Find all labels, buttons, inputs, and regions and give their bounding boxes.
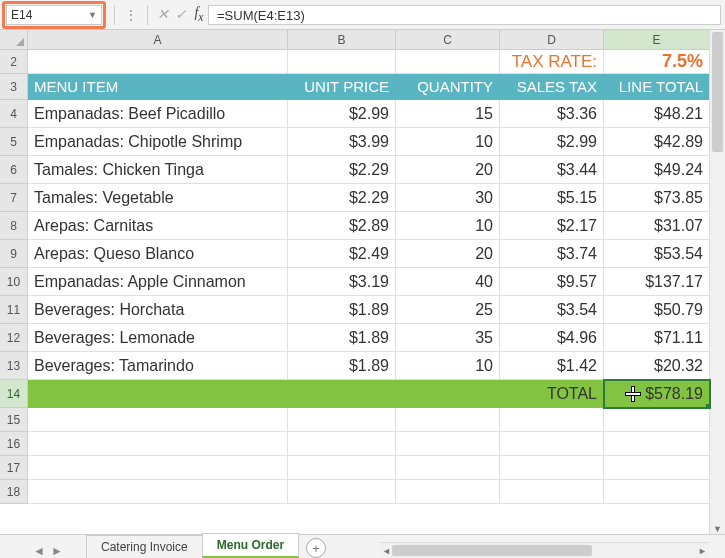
scroll-thumb[interactable] [712,32,723,152]
scroll-thumb[interactable] [392,545,592,556]
item-price[interactable]: $1.89 [288,324,396,352]
cell[interactable] [288,380,396,408]
item-name[interactable]: Arepas: Carnitas [28,212,288,240]
item-tax[interactable]: $3.36 [500,100,604,128]
row-header-10[interactable]: 10 [0,268,28,296]
row-header-14[interactable]: 14 [0,380,28,408]
select-all-corner[interactable] [0,30,28,50]
item-qty[interactable]: 20 [396,240,500,268]
item-price[interactable]: $1.89 [288,352,396,380]
accept-icon[interactable]: ✓ [172,6,190,23]
cell[interactable] [604,408,710,432]
table-header[interactable]: QUANTITY [396,74,500,100]
row-header-5[interactable]: 5 [0,128,28,156]
item-tax[interactable]: $2.99 [500,128,604,156]
item-price[interactable]: $2.49 [288,240,396,268]
item-qty[interactable]: 15 [396,100,500,128]
item-price[interactable]: $3.19 [288,268,396,296]
item-price[interactable]: $1.89 [288,296,396,324]
column-header-B[interactable]: B [288,30,396,50]
item-price[interactable]: $2.89 [288,212,396,240]
column-header-D[interactable]: D [500,30,604,50]
row-header-7[interactable]: 7 [0,184,28,212]
item-total[interactable]: $31.07 [604,212,710,240]
row-header-13[interactable]: 13 [0,352,28,380]
item-name[interactable]: Empanadas: Apple Cinnamon [28,268,288,296]
tab-nav-prev[interactable]: ◄ [30,544,48,558]
item-name[interactable]: Empanadas: Beef Picadillo [28,100,288,128]
item-name[interactable]: Beverages: Horchata [28,296,288,324]
item-total[interactable]: $73.85 [604,184,710,212]
item-name[interactable]: Tamales: Vegetable [28,184,288,212]
item-total[interactable]: $20.32 [604,352,710,380]
row-header-15[interactable]: 15 [0,408,28,432]
tax-rate-label[interactable]: TAX RATE: [500,50,604,74]
row-header-2[interactable]: 2 [0,50,28,74]
tax-rate-value[interactable]: 7.5% [604,50,710,74]
total-label[interactable]: TOTAL [500,380,604,408]
row-header-8[interactable]: 8 [0,212,28,240]
table-header[interactable]: UNIT PRICE [288,74,396,100]
cancel-icon[interactable]: ✕ [154,6,172,23]
item-tax[interactable]: $4.96 [500,324,604,352]
tab-catering-invoice[interactable]: Catering Invoice [86,535,203,558]
item-name[interactable]: Beverages: Lemonade [28,324,288,352]
row-header-16[interactable]: 16 [0,432,28,456]
chevron-down-icon[interactable]: ▼ [88,10,97,20]
cell[interactable] [28,456,288,480]
item-tax[interactable]: $3.44 [500,156,604,184]
cell[interactable] [396,408,500,432]
item-name[interactable]: Empanadas: Chipotle Shrimp [28,128,288,156]
item-name[interactable]: Beverages: Tamarindo [28,352,288,380]
row-header-11[interactable]: 11 [0,296,28,324]
cell[interactable] [28,432,288,456]
item-total[interactable]: $49.24 [604,156,710,184]
item-qty[interactable]: 20 [396,156,500,184]
item-tax[interactable]: $3.74 [500,240,604,268]
cell[interactable] [288,50,396,74]
item-qty[interactable]: 30 [396,184,500,212]
item-total[interactable]: $137.17 [604,268,710,296]
item-qty[interactable]: 10 [396,128,500,156]
cell[interactable] [604,432,710,456]
column-header-C[interactable]: C [396,30,500,50]
cell[interactable] [288,480,396,504]
cell[interactable] [500,408,604,432]
scroll-down-icon[interactable]: ▼ [710,524,725,534]
item-name[interactable]: Arepas: Queso Blanco [28,240,288,268]
item-qty[interactable]: 35 [396,324,500,352]
item-tax[interactable]: $9.57 [500,268,604,296]
row-header-12[interactable]: 12 [0,324,28,352]
cell[interactable] [500,480,604,504]
row-header-17[interactable]: 17 [0,456,28,480]
column-header-A[interactable]: A [28,30,288,50]
horizontal-scrollbar[interactable]: ◄ ► [380,542,709,558]
item-tax[interactable]: $3.54 [500,296,604,324]
cell[interactable] [604,456,710,480]
cell[interactable] [396,50,500,74]
cell[interactable] [396,456,500,480]
row-header-3[interactable]: 3 [0,74,28,100]
item-qty[interactable]: 10 [396,212,500,240]
formula-input[interactable]: =SUM(E4:E13) [208,5,721,25]
cell[interactable] [28,408,288,432]
scroll-right-icon[interactable]: ► [698,543,707,558]
cell[interactable] [28,480,288,504]
item-total[interactable]: $48.21 [604,100,710,128]
total-value-cell[interactable]: $578.19 [604,380,710,408]
vertical-scrollbar[interactable]: ▲ ▼ [709,30,725,534]
table-header[interactable]: LINE TOTAL [604,74,710,100]
item-total[interactable]: $71.11 [604,324,710,352]
item-name[interactable]: Tamales: Chicken Tinga [28,156,288,184]
tab-nav-next[interactable]: ► [48,544,66,558]
cell[interactable] [28,380,288,408]
fx-icon[interactable]: fx [190,5,208,24]
item-total[interactable]: $50.79 [604,296,710,324]
cell[interactable] [288,408,396,432]
cell[interactable] [288,432,396,456]
item-tax[interactable]: $5.15 [500,184,604,212]
cell[interactable] [396,380,500,408]
cell[interactable] [500,432,604,456]
table-header[interactable]: SALES TAX [500,74,604,100]
item-total[interactable]: $42.89 [604,128,710,156]
